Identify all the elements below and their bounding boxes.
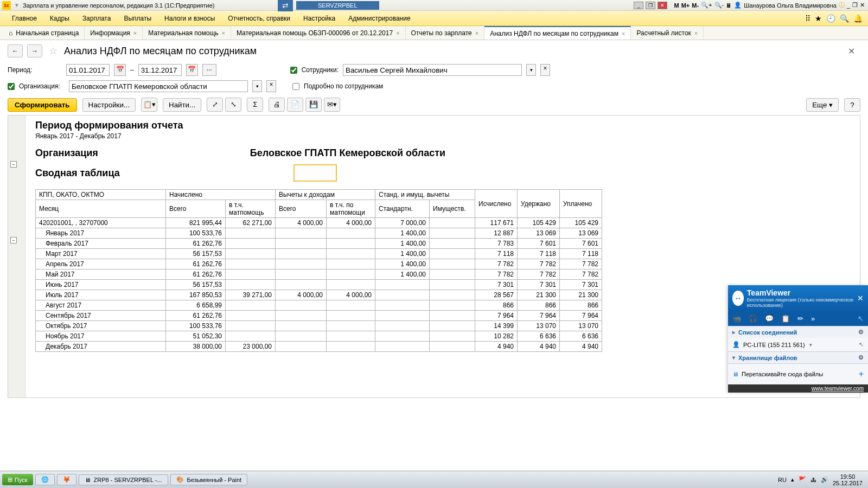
print-icon[interactable]: 🖨: [269, 98, 285, 112]
table-row[interactable]: Апрель 201761 262,761 400,007 7827 7827 …: [36, 259, 602, 269]
chevron-right-icon[interactable]: ▸: [732, 329, 735, 335]
search-icon[interactable]: 🔍: [840, 14, 849, 23]
nav-forward-button[interactable]: →: [27, 44, 42, 57]
table-row[interactable]: Март 201756 157,531 400,007 1187 1187 11…: [36, 249, 602, 259]
tv-add-file-icon[interactable]: +: [859, 369, 864, 379]
generate-button[interactable]: Сформировать: [8, 98, 77, 112]
tab-close-icon[interactable]: ×: [622, 30, 625, 37]
calculator-icon[interactable]: 🖩: [726, 2, 732, 9]
star-icon[interactable]: ☆: [49, 45, 58, 57]
find-button[interactable]: Найти...: [163, 98, 201, 112]
tab-1[interactable]: Информация×: [85, 26, 143, 40]
org-checkbox[interactable]: [8, 83, 15, 90]
tv-close-icon[interactable]: ✕: [857, 294, 864, 303]
menu-reports[interactable]: Отчетность, справки: [221, 12, 297, 24]
zoom-out-icon[interactable]: 🔍-: [714, 2, 724, 9]
tray-flag-icon[interactable]: 🚩: [799, 476, 806, 483]
tab-4[interactable]: Отчеты по зарплате×: [406, 26, 485, 40]
collapse-toggle-2[interactable]: −: [10, 237, 17, 243]
table-row[interactable]: Декабрь 201738 000,0023 000,004 9404 940…: [36, 342, 602, 352]
menu-settings[interactable]: Настройка: [297, 12, 342, 24]
history-icon[interactable]: 🕘: [826, 14, 835, 23]
tv-audio-icon[interactable]: 🎧: [749, 314, 757, 323]
menu-salary[interactable]: Зарплата: [76, 12, 118, 24]
tv-connections-label[interactable]: Список соединений: [738, 329, 858, 336]
table-row[interactable]: Февраль 201761 262,761 400,007 7837 6017…: [36, 239, 602, 249]
date-from-input[interactable]: [66, 64, 110, 76]
calendar-to-icon[interactable]: 📅: [186, 64, 198, 76]
calendar-from-icon[interactable]: 📅: [114, 64, 126, 76]
table-row[interactable]: Май 201761 262,761 400,007 7827 7827 782: [36, 269, 602, 280]
taskbar-firefox[interactable]: 🦊: [57, 474, 76, 485]
tv-peer-cursor-icon[interactable]: ↖: [859, 341, 864, 348]
tv-storage-label[interactable]: Хранилище файлов: [738, 355, 858, 361]
employees-clear-icon[interactable]: ×: [540, 64, 550, 76]
sum-icon[interactable]: Σ: [247, 98, 263, 112]
tab-close-icon[interactable]: ×: [694, 30, 698, 36]
table-row[interactable]: Июнь 201756 157,537 3017 3017 301: [36, 280, 602, 290]
menu-payments[interactable]: Выплаты: [117, 12, 158, 24]
settings-button[interactable]: Настройки...: [82, 98, 136, 112]
menu-taxes[interactable]: Налоги и взносы: [158, 12, 221, 24]
help-button[interactable]: ?: [844, 98, 860, 112]
chevron-down-icon[interactable]: ▾: [809, 342, 812, 348]
preview-icon[interactable]: 📄: [287, 98, 303, 112]
app-restore-icon[interactable]: ❐: [852, 2, 858, 9]
org-input[interactable]: [69, 80, 248, 92]
gear-icon[interactable]: ⚙: [858, 329, 864, 336]
app-tool-icon[interactable]: ▾: [15, 2, 18, 9]
bell-icon[interactable]: 🔔: [853, 14, 863, 23]
tv-cursor-icon[interactable]: ↖: [858, 314, 864, 323]
m-minus-button[interactable]: M-: [692, 2, 699, 9]
taskbar-ie[interactable]: 🌐: [35, 474, 55, 485]
employees-dropdown-icon[interactable]: ▾: [526, 64, 536, 76]
m-button[interactable]: M: [674, 2, 679, 9]
gear-icon-2[interactable]: ⚙: [858, 354, 864, 361]
tv-footer-link[interactable]: www.teamviewer.com: [812, 386, 864, 391]
tv-peer-name[interactable]: PC-LITE (155 211 561): [743, 342, 805, 348]
date-to-input[interactable]: [138, 64, 182, 76]
tab-close-icon[interactable]: ×: [133, 30, 137, 36]
table-row[interactable]: Август 20176 658,99866866866: [36, 300, 602, 311]
tray-chevron-icon[interactable]: ▴: [791, 476, 794, 483]
save-icon[interactable]: 💾: [305, 98, 322, 112]
restore-icon[interactable]: ❐: [646, 2, 655, 9]
tv-chat-icon[interactable]: 💬: [765, 314, 774, 323]
close-page-icon[interactable]: ✕: [848, 46, 860, 56]
menu-main[interactable]: Главное: [5, 12, 43, 24]
nav-back-button[interactable]: ←: [8, 44, 23, 57]
collapse-toggle-1[interactable]: −: [10, 161, 17, 168]
minimize-icon[interactable]: _: [634, 2, 643, 9]
taskbar-item-1[interactable]: 🖥ZRP8 - SERVZRPBEL -...: [79, 474, 168, 485]
zoom-in-icon[interactable]: 🔍+: [701, 2, 712, 9]
start-button[interactable]: ⊞ Пуск: [2, 474, 33, 485]
taskbar-item-2[interactable]: 🎨Безымянный - Paint: [170, 474, 248, 485]
tab-0[interactable]: ⌂Начальная страница: [3, 26, 85, 40]
table-row[interactable]: Июль 2017167 850,5339 271,004 000,004 00…: [36, 290, 602, 300]
table-row[interactable]: Январь 2017100 533,761 400,0012 88713 06…: [36, 228, 602, 239]
table-row[interactable]: Ноябрь 201751 052,3010 2826 6366 636: [36, 331, 602, 342]
more-button[interactable]: Еще ▾: [806, 98, 839, 112]
m-plus-button[interactable]: M+: [681, 2, 690, 9]
selected-cell[interactable]: [293, 164, 337, 182]
table-row[interactable]: 420201001, , 32707000821 995,4462 271,00…: [36, 218, 602, 228]
table-row[interactable]: Сентябрь 201761 262,767 9647 9647 964: [36, 311, 602, 321]
tab-6[interactable]: Расчетный листок×: [631, 26, 704, 40]
favorite-icon[interactable]: ★: [815, 14, 822, 23]
tv-whiteboard-icon[interactable]: ✏: [797, 314, 803, 323]
info-icon[interactable]: ⓘ: [839, 1, 845, 9]
expand-icon[interactable]: ⤢: [207, 98, 223, 112]
tab-close-icon[interactable]: ×: [222, 30, 225, 36]
org-dropdown-icon[interactable]: ▾: [252, 80, 262, 92]
chevron-down-icon-2[interactable]: ▾: [732, 355, 735, 361]
tab-close-icon[interactable]: ×: [475, 30, 478, 36]
variant-icon[interactable]: 📋▾: [141, 98, 157, 112]
apps-icon[interactable]: ⠿: [805, 14, 810, 23]
app-minimize-icon[interactable]: _: [847, 2, 850, 9]
org-clear-icon[interactable]: ×: [266, 80, 276, 92]
collapse-icon[interactable]: ⤡: [225, 98, 241, 112]
menu-personnel[interactable]: Кадры: [43, 12, 76, 24]
attach-button[interactable]: ⇄: [278, 0, 293, 11]
employees-checkbox[interactable]: [290, 67, 297, 74]
table-row[interactable]: Октябрь 2017100 533,7614 39913 07013 070: [36, 321, 602, 331]
